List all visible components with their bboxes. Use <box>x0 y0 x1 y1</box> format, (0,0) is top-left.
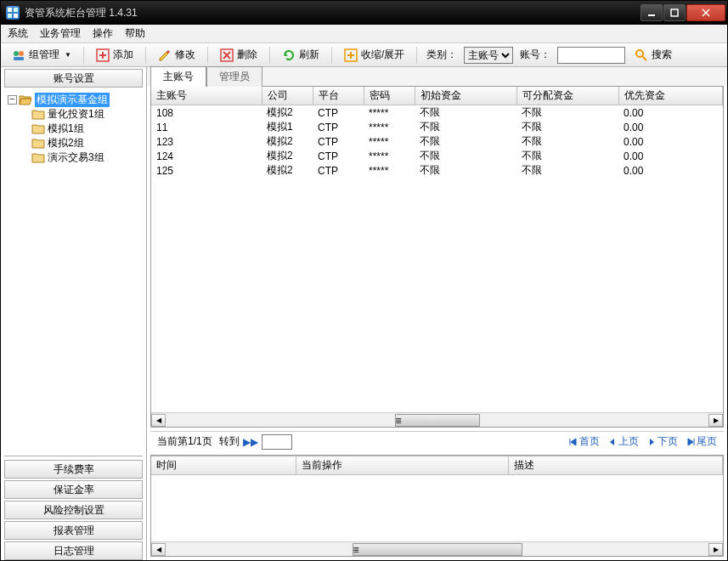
left-panel-button[interactable]: 日志管理 <box>4 541 143 560</box>
table-row[interactable]: 124模拟2CTP*****不限不限0.00 <box>151 149 723 163</box>
tree-expander-icon[interactable]: − <box>8 95 17 105</box>
add-button[interactable]: 添加 <box>90 45 139 65</box>
scroll-thumb[interactable]: ≡ <box>395 414 480 427</box>
menu-system[interactable]: 系统 <box>8 26 28 41</box>
table-cell: 不限 <box>516 105 618 120</box>
column-header[interactable]: 密码 <box>364 87 415 105</box>
next-page-button[interactable]: 下页 <box>647 434 678 449</box>
svg-point-7 <box>19 51 24 56</box>
last-icon <box>686 438 695 446</box>
titlebar: 资管系统柜台管理 1.4.31 <box>1 1 727 25</box>
group-icon <box>12 48 25 62</box>
folder-icon <box>31 138 45 149</box>
left-panel-button[interactable]: 报表管理 <box>4 521 143 540</box>
left-panel-button[interactable]: 保证金率 <box>4 480 143 499</box>
group-manage-button[interactable]: 组管理▼ <box>6 45 77 65</box>
column-header[interactable]: 初始资金 <box>415 87 516 105</box>
table-cell: 不限 <box>415 105 516 120</box>
table-cell: 不限 <box>516 149 618 163</box>
table-cell: ***** <box>364 134 415 149</box>
tree-child[interactable]: 量化投资1组 <box>8 107 139 121</box>
right-panel: 主账号 管理员 主账号公司平台密码初始资金可分配资金优先资金 108模拟2CTP… <box>147 67 727 560</box>
menu-operate[interactable]: 操作 <box>93 26 113 41</box>
search-icon <box>635 48 648 62</box>
column-header[interactable]: 当前操作 <box>296 456 508 475</box>
maximize-button[interactable] <box>663 4 686 21</box>
refresh-button[interactable]: 刷新 <box>276 45 325 65</box>
table-cell: 108 <box>151 105 262 120</box>
left-panel-button[interactable]: 风险控制设置 <box>4 501 143 519</box>
last-page-button[interactable]: 尾页 <box>686 434 717 449</box>
toolbar: 组管理▼ 添加 修改 删除 刷新 收缩/展开 类别： 主账号 账号： 搜索 <box>1 43 727 67</box>
group-tree: − 模拟演示基金组 量化投资1组模拟1组模拟2组演示交易3组 <box>4 89 143 456</box>
table-cell: 模拟2 <box>262 105 313 120</box>
goto-label: 转到 <box>219 434 240 449</box>
close-button[interactable] <box>686 4 725 21</box>
table-row[interactable]: 11模拟1CTP*****不限不限0.00 <box>151 120 723 134</box>
left-panel-button[interactable]: 手续费率 <box>4 460 143 479</box>
tree-root[interactable]: − 模拟演示基金组 <box>8 93 139 106</box>
page-status: 当前第1/1页 <box>157 434 212 449</box>
scroll-left-icon[interactable]: ◀ <box>151 414 166 427</box>
table-cell: 模拟2 <box>262 163 313 178</box>
first-page-button[interactable]: 首页 <box>569 434 600 449</box>
column-header[interactable]: 平台 <box>313 87 364 105</box>
menu-help[interactable]: 帮助 <box>125 26 145 41</box>
left-panel: 账号设置 − 模拟演示基金组 量化投资1组模拟1组模拟2组演示交易3组 手续费率… <box>1 67 147 560</box>
column-header[interactable]: 可分配资金 <box>516 87 618 105</box>
menu-business[interactable]: 业务管理 <box>40 26 81 41</box>
table-cell: 不限 <box>415 134 516 149</box>
column-header[interactable]: 时间 <box>151 456 296 475</box>
svg-rect-8 <box>14 57 24 60</box>
table-cell: CTP <box>313 149 364 163</box>
category-select[interactable]: 主账号 <box>464 47 513 64</box>
table-cell: 不限 <box>516 120 618 134</box>
table-row[interactable]: 108模拟2CTP*****不限不限0.00 <box>151 105 723 120</box>
column-header[interactable]: 公司 <box>262 87 313 105</box>
table-cell: ***** <box>364 149 415 163</box>
table-cell: 123 <box>151 134 262 149</box>
scroll-right-icon[interactable]: ▶ <box>708 414 723 427</box>
goto-input[interactable] <box>262 434 292 450</box>
x-icon <box>220 48 234 62</box>
minimize-button[interactable] <box>641 4 663 21</box>
tree-child[interactable]: 模拟2组 <box>8 136 139 150</box>
svg-rect-4 <box>648 14 655 16</box>
edit-button[interactable]: 修改 <box>152 45 201 65</box>
delete-button[interactable]: 删除 <box>214 45 263 65</box>
table-cell: CTP <box>313 163 364 178</box>
table-cell: 模拟1 <box>262 120 313 134</box>
tree-child[interactable]: 模拟1组 <box>8 122 139 135</box>
tab-admin[interactable]: 管理员 <box>206 66 262 87</box>
folder-icon <box>31 109 45 120</box>
tree-child-label: 量化投资1组 <box>48 107 104 122</box>
goto-icon: ▶▶ <box>243 436 258 448</box>
svg-rect-5 <box>671 9 678 16</box>
scroll-right-icon[interactable]: ▶ <box>708 543 723 556</box>
app-icon <box>6 6 20 20</box>
scroll-thumb[interactable]: ≡ <box>353 543 522 556</box>
account-grid: 主账号公司平台密码初始资金可分配资金优先资金 108模拟2CTP*****不限不… <box>150 86 724 428</box>
search-button[interactable]: 搜索 <box>629 45 678 65</box>
svg-rect-2 <box>8 14 12 18</box>
prev-page-button[interactable]: 上页 <box>608 434 639 449</box>
expand-collapse-button[interactable]: 收缩/展开 <box>338 45 410 65</box>
next-icon <box>647 438 656 446</box>
tree-child[interactable]: 演示交易3组 <box>8 150 139 164</box>
table-row[interactable]: 123模拟2CTP*****不限不限0.00 <box>151 134 723 149</box>
log-horizontal-scrollbar[interactable]: ◀ ≡ ▶ <box>151 541 723 556</box>
table-row[interactable]: 125模拟2CTP*****不限不限0.00 <box>151 163 723 178</box>
column-header[interactable]: 描述 <box>508 456 723 475</box>
svg-rect-0 <box>8 8 12 12</box>
tab-main-account[interactable]: 主账号 <box>150 66 206 87</box>
column-header[interactable]: 主账号 <box>151 87 262 105</box>
account-settings-button[interactable]: 账号设置 <box>4 69 143 88</box>
table-cell: CTP <box>313 105 364 120</box>
table-cell: ***** <box>364 120 415 134</box>
table-cell: 不限 <box>415 149 516 163</box>
column-header[interactable]: 优先资金 <box>618 87 723 105</box>
account-input[interactable] <box>557 47 625 64</box>
horizontal-scrollbar[interactable]: ◀ ≡ ▶ <box>151 412 723 427</box>
scroll-left-icon[interactable]: ◀ <box>151 543 166 556</box>
table-cell: 不限 <box>415 120 516 134</box>
